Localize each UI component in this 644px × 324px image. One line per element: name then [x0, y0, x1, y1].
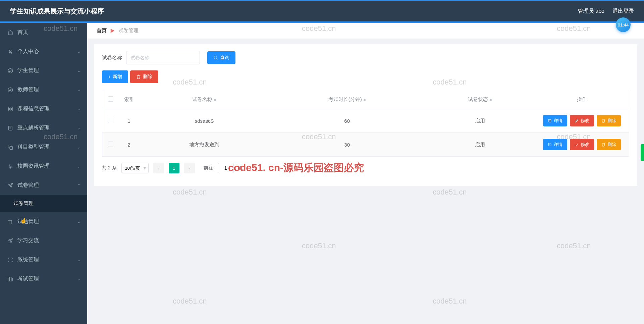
- chevron-down-icon: ⌄: [77, 277, 80, 281]
- copy-icon: [7, 144, 13, 150]
- sidebar-label: 校园资讯管理: [17, 163, 50, 170]
- sidebar-subitem-paper[interactable]: 试卷管理: [0, 195, 87, 212]
- sidebar-item-teacher[interactable]: 教师管理 ⌄: [0, 80, 87, 99]
- sidebar-item-home[interactable]: 首页: [0, 23, 87, 42]
- cell-index: 1: [119, 109, 139, 133]
- select-all-checkbox[interactable]: [108, 96, 113, 102]
- grid-icon: [7, 106, 13, 112]
- col-duration[interactable]: 考试时长(分钟)◆: [270, 90, 425, 109]
- send-icon: [7, 182, 13, 188]
- chevron-down-icon: ⌄: [77, 164, 80, 169]
- search-icon: [213, 55, 218, 60]
- briefcase-icon: [7, 276, 13, 282]
- sidebar-item-system[interactable]: 系统管理 ⌄: [0, 250, 87, 269]
- sidebar-item-paper[interactable]: 试卷管理 ⌃: [0, 176, 87, 195]
- svg-rect-12: [10, 147, 13, 150]
- svg-rect-13: [10, 164, 11, 167]
- compass-icon: [7, 87, 13, 93]
- col-index[interactable]: 索引: [119, 90, 139, 109]
- sidebar-item-keypoint[interactable]: 重点解析管理 ⌄: [0, 118, 87, 138]
- edit-button[interactable]: 修改: [570, 139, 594, 150]
- col-ops: 操作: [535, 90, 629, 109]
- sidebar-label: 系统管理: [17, 256, 39, 263]
- svg-rect-18: [8, 278, 12, 281]
- data-table: 索引 试卷名称◆ 考试时长(分钟)◆ 试卷状态◆ 操作 1 sdsascS 60…: [102, 90, 629, 157]
- sort-icon: ◆: [489, 98, 492, 101]
- home-icon: [7, 30, 13, 36]
- chevron-down-icon: ⌄: [77, 145, 80, 150]
- pagination: 共 2 条 10条/页 ‹ 1 › 前往 页: [102, 157, 629, 179]
- col-name[interactable]: 试卷名称◆: [139, 90, 270, 109]
- row-checkbox[interactable]: [108, 118, 113, 123]
- row-delete-button[interactable]: 删除: [597, 139, 621, 150]
- sidebar-label: 学生管理: [17, 67, 39, 74]
- edit-button[interactable]: 修改: [570, 115, 594, 126]
- sidebar-label: 科目类型管理: [17, 144, 50, 151]
- sidebar-label: 重点解析管理: [17, 124, 50, 131]
- next-page-button[interactable]: ›: [184, 163, 195, 173]
- sidebar-item-campus[interactable]: 校园资讯管理 ⌄: [0, 157, 87, 176]
- page-number-button[interactable]: 1: [169, 163, 179, 173]
- sidebar-label: 课程信息管理: [17, 105, 50, 112]
- delete-button[interactable]: 删除: [130, 70, 158, 83]
- query-button[interactable]: 查询: [207, 51, 235, 64]
- sort-icon: ◆: [214, 98, 216, 101]
- cell-status: 启用: [425, 133, 535, 157]
- detail-button[interactable]: 详情: [543, 139, 567, 150]
- chevron-up-icon: ⌃: [77, 183, 80, 188]
- compass-icon: [7, 68, 13, 74]
- logout-link[interactable]: 退出登录: [612, 8, 634, 15]
- sidebar-label: 考试管理: [17, 275, 39, 282]
- side-tab[interactable]: [641, 144, 644, 161]
- goto-page-input[interactable]: [218, 163, 234, 173]
- main-content: 首页 ⫸ 试卷管理 试卷名称 查询 + 新增: [87, 23, 644, 324]
- header: 学生知识成果展示与交流小程序 管理员 abo 退出登录: [0, 1, 644, 21]
- row-delete-button[interactable]: 删除: [597, 115, 621, 126]
- sidebar-label: 首页: [17, 29, 28, 36]
- sidebar-item-subject[interactable]: 科目类型管理 ⌄: [0, 138, 87, 157]
- sidebar-item-exam[interactable]: 考试管理 ⌄: [0, 269, 87, 288]
- svg-point-3: [8, 88, 12, 92]
- user-label[interactable]: 管理员 abo: [578, 8, 604, 15]
- send-icon: [7, 238, 13, 244]
- chevron-down-icon: ⌄: [77, 68, 80, 73]
- sidebar-item-question[interactable]: 试题管理 ⌄: [0, 212, 87, 231]
- per-page-select[interactable]: 10条/页: [121, 163, 149, 173]
- breadcrumb: 首页 ⫸ 试卷管理: [87, 23, 644, 39]
- sidebar-item-student[interactable]: 学生管理 ⌄: [0, 61, 87, 80]
- cell-duration: 30: [270, 133, 425, 157]
- svg-rect-7: [8, 109, 10, 111]
- add-button[interactable]: + 新增: [102, 70, 128, 83]
- cell-name: sdsascS: [139, 109, 270, 133]
- cell-duration: 60: [270, 109, 425, 133]
- col-status[interactable]: 试卷状态◆: [425, 90, 535, 109]
- timer-badge: 01:44: [616, 17, 631, 32]
- plus-icon: +: [108, 74, 111, 79]
- sidebar-label: 个人中心: [17, 48, 39, 55]
- goto-label: 前往: [204, 165, 213, 171]
- svg-line-20: [217, 59, 217, 59]
- app-title: 学生知识成果展示与交流小程序: [10, 7, 104, 16]
- expand-icon: [7, 257, 13, 263]
- trash-icon: [136, 74, 141, 79]
- sidebar-item-course[interactable]: 课程信息管理 ⌄: [0, 99, 87, 118]
- chevron-down-icon: ⌄: [77, 107, 80, 111]
- table-row: 2 地方撒发送到 30 启用 详情 修改 删除: [102, 133, 629, 157]
- chevron-down-icon: ⌄: [77, 88, 80, 92]
- prev-page-button[interactable]: ‹: [153, 163, 164, 173]
- sidebar-item-study[interactable]: 学习交流: [0, 231, 87, 250]
- cell-index: 2: [119, 133, 139, 157]
- sidebar-label: 学习交流: [17, 237, 39, 244]
- crop-icon: [7, 219, 13, 225]
- breadcrumb-home[interactable]: 首页: [97, 28, 107, 34]
- filter-input-name[interactable]: [126, 51, 200, 64]
- svg-marker-2: [9, 70, 11, 71]
- svg-point-1: [8, 68, 12, 73]
- svg-rect-8: [11, 109, 12, 111]
- filter-label: 试卷名称: [102, 55, 122, 61]
- row-checkbox[interactable]: [108, 142, 113, 147]
- table-row: 1 sdsascS 60 启用 详情 修改 删除: [102, 109, 629, 133]
- sidebar-item-personal[interactable]: 个人中心 ⌄: [0, 42, 87, 61]
- total-count: 共 2 条: [102, 165, 117, 171]
- detail-button[interactable]: 详情: [543, 115, 567, 126]
